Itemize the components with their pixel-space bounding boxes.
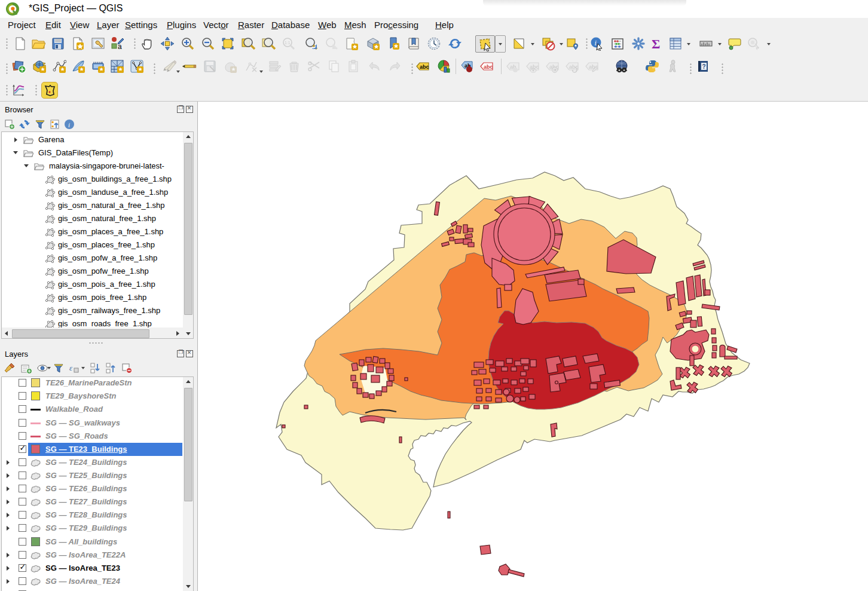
svg-text:Σ: Σ [652,36,660,51]
svg-text:i: i [68,121,70,128]
svg-text:?: ? [702,63,706,70]
svg-text:i: i [595,39,597,47]
svg-text:abc: abc [420,64,429,70]
svg-text:ε: ε [69,363,73,372]
svg-text:1:1: 1:1 [285,41,291,45]
svg-text:abc: abc [484,64,493,70]
